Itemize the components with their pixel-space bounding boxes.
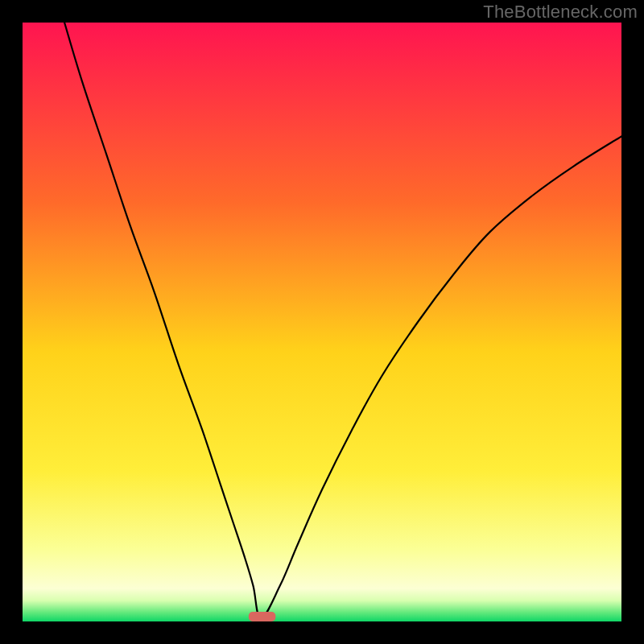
minimum-marker [249,612,275,621]
plot-area [23,23,621,621]
watermark-text: TheBottleneck.com [483,2,638,23]
gradient-background [23,23,621,621]
chart-frame: TheBottleneck.com [0,0,644,644]
chart-svg [23,23,621,621]
